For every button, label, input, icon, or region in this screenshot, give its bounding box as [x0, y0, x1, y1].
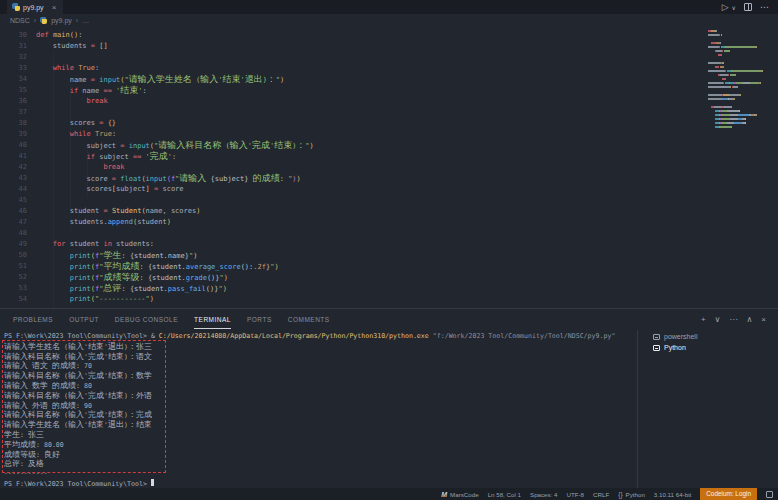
- minimap[interactable]: [708, 30, 762, 130]
- code-line: 50 print(f"学生: {student.name}"): [0, 250, 778, 261]
- bottom-panel: PROBLEMSOUTPUTDEBUG CONSOLETERMINALPORTS…: [0, 308, 778, 488]
- code-line: 37: [0, 107, 778, 118]
- code-line: 52 print(f"成绩等级: {student.grade()}"): [0, 272, 778, 283]
- line-number: 47: [0, 217, 27, 228]
- line-number: 53: [0, 283, 27, 294]
- encoding-status[interactable]: UTF-8: [567, 491, 585, 498]
- terminal-dropdown-icon[interactable]: ∨: [715, 315, 721, 324]
- line-number: 39: [0, 129, 27, 140]
- panel-tab-comments[interactable]: COMMENTS: [288, 309, 330, 329]
- terminal-list-item-python[interactable]: Python: [645, 342, 778, 353]
- terminal-list: powershellPython: [645, 331, 778, 353]
- tab-title: py9.py: [23, 4, 44, 11]
- code-line: 43 score = float(input(f"请输入 {subject} 的…: [0, 173, 778, 184]
- code-line: 49 for student in students:: [0, 239, 778, 250]
- more-actions-icon[interactable]: ⋯: [760, 2, 769, 12]
- panel-tab-problems[interactable]: PROBLEMS: [13, 309, 53, 329]
- tab-bar: py9.py × ▷ ∨ ⋯: [0, 0, 778, 14]
- code-line: 54 print("-----------"): [0, 294, 778, 305]
- terminal-list-item-powershell[interactable]: powershell: [645, 331, 778, 342]
- line-number: 50: [0, 250, 27, 261]
- line-number: 49: [0, 239, 27, 250]
- status-bar: MMarsCodeLn 58, Col 1Spaces: 4UTF-8CRLF{…: [0, 488, 778, 500]
- run-dropdown-icon[interactable]: ∨: [732, 4, 736, 11]
- run-icon: ▷: [722, 2, 729, 12]
- panel-tab-ports[interactable]: PORTS: [247, 309, 272, 329]
- panel-divider: [637, 330, 638, 488]
- annotation-box: [2, 340, 166, 473]
- line-number: 54: [0, 294, 27, 305]
- line-number: 51: [0, 261, 27, 272]
- line-number: 33: [0, 63, 27, 74]
- breadcrumb-item[interactable]: …: [82, 17, 89, 24]
- terminal-icon: [653, 345, 660, 351]
- line-number: 42: [0, 162, 27, 173]
- code-line: 40 subject = input("请输入科目名称 (输入'完成'结束)："…: [0, 140, 778, 151]
- code-line: 35 if name == '结束':: [0, 85, 778, 96]
- code-line: 33 while True:: [0, 63, 778, 74]
- code-line: 41 if subject == '完成':: [0, 151, 778, 162]
- line-number: 44: [0, 184, 27, 195]
- code-line: 51 print(f"平均成绩: {student.average_score(…: [0, 261, 778, 272]
- python-file-icon: [12, 3, 20, 11]
- line-number: 40: [0, 140, 27, 151]
- code-line: 42 break: [0, 162, 778, 173]
- cursor-position-status[interactable]: Ln 58, Col 1: [488, 491, 521, 498]
- code-line: 39 while True:: [0, 129, 778, 140]
- code-line: 48: [0, 228, 778, 239]
- code-line: 47 students.append(student): [0, 217, 778, 228]
- code-editor[interactable]: 30def main():31 students = []3233 while …: [0, 27, 778, 308]
- indentation-status[interactable]: Spaces: 4: [530, 491, 558, 498]
- line-number: 34: [0, 74, 27, 85]
- close-panel-icon[interactable]: ×: [761, 315, 766, 324]
- marscode-icon: M: [441, 491, 447, 498]
- code-line: 44 scores[subject] = score: [0, 184, 778, 195]
- codeium-login-button[interactable]: Codeium: Login: [700, 488, 757, 500]
- language-mode-status[interactable]: {}Python: [618, 491, 645, 498]
- panel-tab-debug-console[interactable]: DEBUG CONSOLE: [115, 309, 178, 329]
- panel-tab-output[interactable]: OUTPUT: [69, 309, 99, 329]
- line-number: 36: [0, 96, 27, 107]
- language-icon: {}: [618, 491, 622, 498]
- eol-status[interactable]: CRLF: [593, 491, 609, 498]
- line-number: 45: [0, 195, 27, 206]
- breadcrumb-item[interactable]: NDSC: [10, 17, 30, 24]
- breadcrumb-separator: ›: [76, 17, 78, 24]
- line-number: 41: [0, 151, 27, 162]
- line-number: 30: [0, 30, 27, 41]
- breadcrumb-separator: ›: [34, 17, 36, 24]
- tab-py9[interactable]: py9.py ×: [7, 0, 63, 14]
- breadcrumb-item[interactable]: py9.py: [51, 17, 72, 24]
- panel-body: PS F:\Work\2023 Tool\Community\Tool> & C…: [0, 330, 778, 488]
- vscode-window: py9.py × ▷ ∨ ⋯ NDSC›py9.py›… 30def main(…: [0, 0, 778, 500]
- line-number: 32: [0, 52, 27, 63]
- run-button[interactable]: ▷ ∨: [722, 2, 736, 12]
- panel-header: PROBLEMSOUTPUTDEBUG CONSOLETERMINALPORTS…: [0, 309, 778, 329]
- new-terminal-icon[interactable]: +: [701, 315, 706, 324]
- line-number: 37: [0, 107, 27, 118]
- code-line: 46 student = Student(name, scores): [0, 206, 778, 217]
- maximize-panel-icon[interactable]: ∧: [746, 315, 752, 324]
- code-line: 53 print(f"总评: {student.pass_fail()}"): [0, 283, 778, 294]
- code-line: 38 scores = {}: [0, 118, 778, 129]
- line-number: 35: [0, 85, 27, 96]
- breadcrumb: NDSC›py9.py›…: [0, 14, 778, 27]
- line-number: 48: [0, 228, 27, 239]
- line-number: 43: [0, 173, 27, 184]
- line-number: 31: [0, 41, 27, 52]
- terminal-cursor: [151, 479, 155, 487]
- code-line: 32: [0, 52, 778, 63]
- marscode-status[interactable]: MMarsCode: [441, 491, 478, 498]
- line-number: 46: [0, 206, 27, 217]
- python-file-icon: [40, 17, 47, 24]
- more-icon[interactable]: ⋯: [729, 315, 737, 324]
- code-line: 45: [0, 195, 778, 206]
- tab-close-icon[interactable]: ×: [52, 3, 57, 12]
- split-editor-icon[interactable]: [744, 3, 752, 11]
- code-line: 36 break: [0, 96, 778, 107]
- python-version-status[interactable]: 3.10.11 64-bit: [654, 491, 691, 498]
- line-number: 52: [0, 272, 27, 283]
- code-line: 34 name = input("请输入学生姓名 (输入'结束'退出)："): [0, 74, 778, 85]
- panel-tab-terminal[interactable]: TERMINAL: [194, 309, 231, 329]
- feedback-icon[interactable]: [766, 491, 773, 498]
